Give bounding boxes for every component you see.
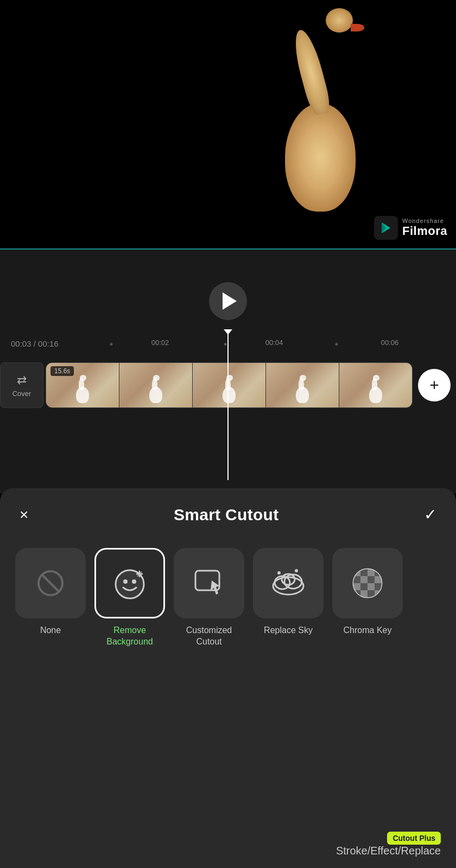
close-button[interactable]: × xyxy=(20,507,28,522)
cutout-options: None RemoveBackground xyxy=(0,539,456,656)
remove-bg-icon xyxy=(110,564,149,603)
cutout-plus-badge: Cutout Plus xyxy=(387,832,441,845)
timeline-area: 00:03 / 00:16 00:02 00:04 00:06 ⇄ Cover … xyxy=(0,250,456,494)
filmora-name-text: Filmora xyxy=(402,224,447,238)
svg-rect-30 xyxy=(360,583,368,590)
sky-icon-wrap xyxy=(253,548,324,618)
video-clip-track[interactable]: 15.6s xyxy=(46,362,413,408)
playhead-triangle xyxy=(224,329,232,335)
svg-rect-24 xyxy=(375,569,382,576)
option-replace-sky[interactable]: Replace Sky xyxy=(253,548,324,636)
sky-icon xyxy=(269,564,307,602)
panel-header: × Smart Cutout ✓ xyxy=(0,488,456,539)
time-separator: / xyxy=(34,339,38,348)
total-time: 00:16 xyxy=(38,339,59,348)
add-clip-button[interactable]: + xyxy=(418,369,451,401)
remove-bg-icon-wrap xyxy=(94,548,165,618)
chroma-icon xyxy=(349,565,386,602)
remove-bg-label: RemoveBackground xyxy=(106,625,153,648)
option-customized-cutout[interactable]: CustomizedCutout xyxy=(174,548,244,648)
option-remove-background[interactable]: RemoveBackground xyxy=(94,548,165,648)
ban-icon xyxy=(36,569,65,597)
panel-title: Smart Cutout xyxy=(174,506,279,524)
filmora-text-block: Wondershare Filmora xyxy=(402,218,447,238)
svg-rect-31 xyxy=(368,583,375,590)
swan-neck xyxy=(289,27,333,117)
svg-rect-36 xyxy=(375,590,382,597)
svg-point-5 xyxy=(123,579,128,584)
time-dot-1 xyxy=(110,343,113,346)
time-marker-04: 00:04 xyxy=(265,339,283,347)
time-dot-2 xyxy=(224,343,227,346)
clip-duration-badge: 15.6s xyxy=(50,366,74,376)
chroma-label: Chroma Key xyxy=(344,625,392,636)
smart-cutout-panel: × Smart Cutout ✓ None xyxy=(0,488,456,868)
svg-rect-26 xyxy=(360,576,368,583)
swan-visual xyxy=(250,16,391,233)
current-time: 00:03 xyxy=(11,339,31,348)
cutout-icon xyxy=(191,565,227,601)
option-chroma-key[interactable]: Chroma Key xyxy=(332,548,403,636)
filmora-watermark: Wondershare Filmora xyxy=(374,216,447,240)
svg-point-17 xyxy=(277,571,281,575)
confirm-button[interactable]: ✓ xyxy=(424,507,436,522)
play-icon xyxy=(223,292,237,310)
swan-head xyxy=(326,8,353,33)
none-label: None xyxy=(40,625,61,636)
cutout-icon-wrap xyxy=(174,548,244,618)
sky-label: Replace Sky xyxy=(264,625,313,636)
playhead[interactable] xyxy=(227,334,229,480)
option-none[interactable]: None xyxy=(15,548,86,636)
clip-thumbnail-3 xyxy=(193,363,266,407)
filmora-brand-text: Wondershare xyxy=(402,218,447,224)
stroke-effect-text[interactable]: Stroke/Effect/Replace xyxy=(336,845,441,857)
time-marker-02: 00:02 xyxy=(151,339,169,347)
clip-thumbnail-4 xyxy=(266,363,339,407)
play-button[interactable] xyxy=(209,282,247,320)
clip-thumbnail-5 xyxy=(339,363,412,407)
filmora-logo-icon xyxy=(374,216,398,240)
swan-beak xyxy=(351,24,364,31)
svg-rect-27 xyxy=(368,576,375,583)
clip-thumbnail-2 xyxy=(119,363,193,407)
svg-rect-33 xyxy=(353,590,360,597)
svg-point-6 xyxy=(132,579,136,584)
cover-clip[interactable]: ⇄ Cover xyxy=(0,362,43,408)
bottom-bar-container: Cutout Plus Stroke/Effect/Replace xyxy=(336,832,456,857)
time-marker-06: 00:06 xyxy=(381,339,399,347)
cover-icon: ⇄ xyxy=(17,373,27,387)
svg-line-3 xyxy=(42,575,59,592)
svg-point-18 xyxy=(295,569,298,572)
chroma-icon-wrap xyxy=(332,548,403,618)
swan-body xyxy=(285,103,356,212)
svg-rect-21 xyxy=(353,569,360,576)
time-dot-3 xyxy=(335,343,338,346)
video-preview: Wondershare Filmora xyxy=(0,0,456,250)
svg-marker-12 xyxy=(211,580,219,595)
time-current: 00:03 / 00:16 xyxy=(11,339,59,348)
none-icon-wrap xyxy=(15,548,86,618)
cover-label: Cover xyxy=(12,390,31,398)
cutout-label: CustomizedCutout xyxy=(186,625,232,648)
